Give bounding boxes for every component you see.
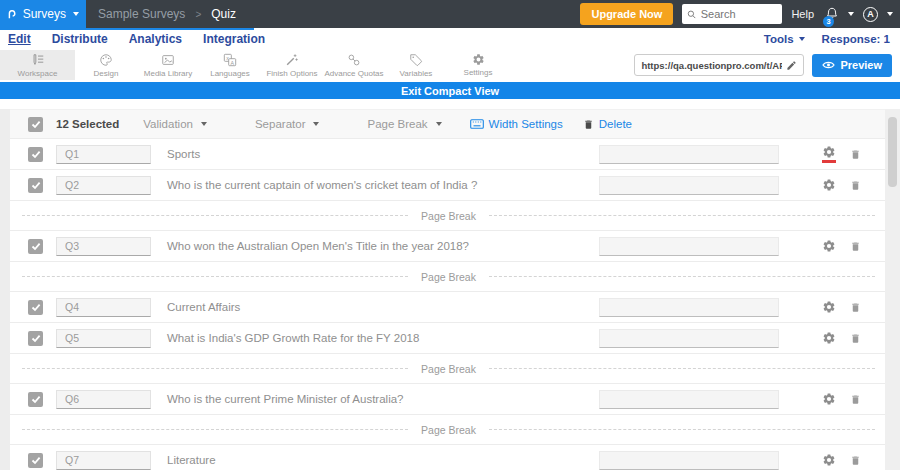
- width-settings-button[interactable]: Width Settings: [470, 118, 563, 130]
- notifications-button[interactable]: 3: [825, 5, 839, 24]
- question-settings-button[interactable]: [822, 145, 836, 163]
- question-row: Who won the Australian Open Men's Title …: [10, 231, 885, 262]
- row-checkbox[interactable]: [28, 453, 43, 468]
- question-text[interactable]: Current Affairs: [167, 301, 240, 313]
- row-checkbox[interactable]: [28, 147, 43, 162]
- toolbar-item-advance-quotas[interactable]: Advance Quotas: [323, 50, 385, 80]
- search-box[interactable]: [682, 4, 782, 24]
- search-input[interactable]: [701, 8, 778, 20]
- answer-width-input[interactable]: [599, 176, 779, 195]
- help-link[interactable]: Help: [791, 8, 814, 20]
- question-settings-button[interactable]: [822, 239, 836, 253]
- page-break-line: [22, 429, 408, 430]
- page-break-label[interactable]: Page Break: [421, 210, 476, 222]
- toolbar-item-label: Workspace: [18, 69, 58, 78]
- toolbar-item-media-library[interactable]: Media Library: [137, 50, 199, 80]
- toolbar-item-variables[interactable]: Variables: [385, 50, 447, 80]
- question-delete-button[interactable]: [850, 301, 861, 314]
- toolbar-item-label: Languages: [210, 69, 250, 78]
- answer-width-input[interactable]: [599, 451, 779, 470]
- survey-url-input[interactable]: [641, 60, 782, 71]
- question-text[interactable]: Who won the Australian Open Men's Title …: [167, 240, 469, 252]
- separator-dropdown[interactable]: Separator: [255, 118, 320, 130]
- row-checkbox[interactable]: [28, 239, 43, 254]
- tag-icon: [409, 53, 423, 67]
- question-code-input[interactable]: [56, 451, 151, 470]
- page-break-label[interactable]: Page Break: [421, 271, 476, 283]
- page-break-line: [489, 276, 875, 277]
- scrollbar-thumb[interactable]: [888, 117, 897, 187]
- answer-width-input[interactable]: [599, 329, 779, 348]
- scrollbar[interactable]: [885, 109, 900, 470]
- question-text[interactable]: Sports: [167, 148, 200, 160]
- toolbar-item-design[interactable]: Design: [75, 50, 137, 80]
- row-checkbox[interactable]: [28, 178, 43, 193]
- question-settings-button[interactable]: [822, 392, 836, 406]
- response-count[interactable]: Response: 1: [822, 33, 890, 45]
- question-text[interactable]: Who is the current captain of women's cr…: [167, 179, 477, 191]
- tools-dropdown[interactable]: Tools: [764, 33, 805, 45]
- tab-integration[interactable]: Integration: [203, 32, 265, 46]
- tab-analytics[interactable]: Analytics: [129, 32, 182, 46]
- toolbar-item-label: Variables: [400, 69, 433, 78]
- question-code-input[interactable]: [56, 237, 151, 256]
- avatar[interactable]: A: [863, 7, 878, 22]
- answer-width-input[interactable]: [599, 237, 779, 256]
- chevron-down-icon[interactable]: [887, 12, 893, 16]
- row-checkbox[interactable]: [28, 392, 43, 407]
- question-code-input[interactable]: [56, 145, 151, 164]
- pencil-icon[interactable]: [786, 60, 797, 71]
- tab-distribute[interactable]: Distribute: [52, 32, 108, 46]
- upgrade-now-button[interactable]: Upgrade Now: [580, 3, 673, 25]
- delete-button[interactable]: Delete: [583, 118, 632, 131]
- question-settings-button[interactable]: [822, 331, 836, 345]
- gear-icon: [822, 300, 836, 314]
- toolbar-item-languages[interactable]: xA Languages: [199, 50, 261, 80]
- page-break-label[interactable]: Page Break: [421, 363, 476, 375]
- page-break-label[interactable]: Page Break: [421, 424, 476, 436]
- question-delete-button[interactable]: [850, 148, 861, 161]
- question-row: What is India's GDP Growth Rate for the …: [10, 323, 885, 354]
- question-text[interactable]: What is India's GDP Growth Rate for the …: [167, 332, 419, 344]
- preview-button[interactable]: Preview: [812, 54, 892, 77]
- topbar-actions: Upgrade Now Help 3 A: [580, 3, 900, 25]
- toolbar-item-settings[interactable]: Settings: [447, 50, 509, 80]
- question-settings-button[interactable]: [822, 453, 836, 467]
- question-code-input[interactable]: [56, 329, 151, 348]
- chevron-down-icon: [201, 122, 207, 126]
- question-row: Literature: [10, 445, 885, 470]
- top-bar: Surveys Sample Surveys > Quiz Upgrade No…: [0, 0, 900, 28]
- question-code-input[interactable]: [56, 176, 151, 195]
- breadcrumb-parent[interactable]: Sample Surveys: [98, 7, 185, 21]
- question-settings-button[interactable]: [822, 300, 836, 314]
- select-all-checkbox[interactable]: [28, 117, 43, 132]
- question-text[interactable]: Literature: [167, 454, 216, 466]
- question-delete-button[interactable]: [850, 179, 861, 192]
- row-checkbox[interactable]: [28, 300, 43, 315]
- tab-edit[interactable]: Edit: [8, 32, 31, 46]
- chevron-down-icon[interactable]: [848, 12, 854, 16]
- question-delete-button[interactable]: [850, 240, 861, 253]
- row-checkbox[interactable]: [28, 331, 43, 346]
- product-menu[interactable]: Surveys: [0, 0, 86, 28]
- toolbar-item-workspace[interactable]: Workspace: [0, 50, 75, 80]
- answer-width-input[interactable]: [599, 298, 779, 317]
- question-delete-button[interactable]: [850, 454, 861, 467]
- validation-dropdown[interactable]: Validation: [143, 118, 207, 130]
- toolbar-item-label: Media Library: [144, 69, 192, 78]
- question-code-input[interactable]: [56, 298, 151, 317]
- question-delete-button[interactable]: [850, 332, 861, 345]
- exit-compact-view-banner[interactable]: Exit Compact View: [0, 82, 900, 99]
- question-code-input[interactable]: [56, 390, 151, 409]
- gear-icon: [822, 392, 836, 406]
- page-break-dropdown[interactable]: Page Break: [367, 118, 441, 130]
- question-settings-button[interactable]: [822, 178, 836, 192]
- chevron-down-icon: [799, 37, 805, 41]
- toolbar-item-finish-options[interactable]: Finish Options: [261, 50, 323, 80]
- question-delete-button[interactable]: [850, 393, 861, 406]
- question-text[interactable]: Who is the current Prime Minister of Aus…: [167, 393, 403, 405]
- answer-width-input[interactable]: [599, 390, 779, 409]
- breadcrumb-separator: >: [195, 9, 201, 20]
- check-icon: [31, 303, 41, 312]
- answer-width-input[interactable]: [599, 145, 779, 164]
